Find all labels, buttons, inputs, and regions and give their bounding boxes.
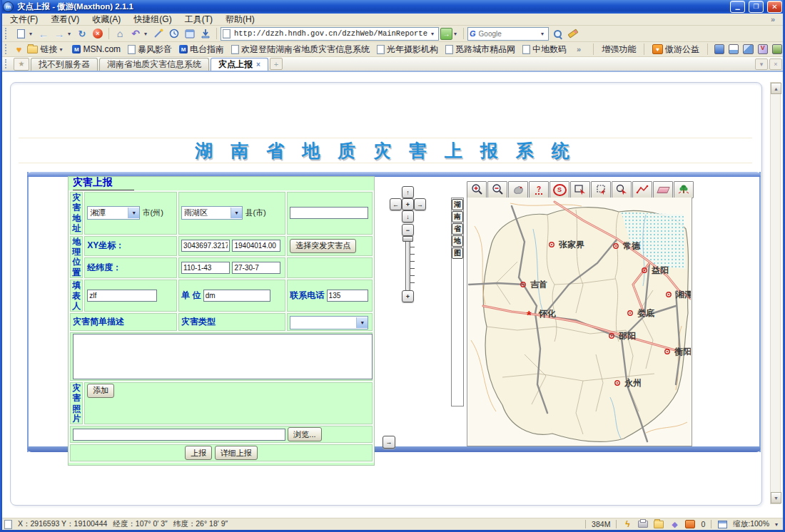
close-current-tab-button[interactable] [769, 58, 782, 70]
map-draw-line-icon[interactable] [632, 181, 652, 198]
zoom-level-label[interactable]: 缩放:100% [733, 519, 769, 529]
map-pan-hand-icon[interactable] [508, 181, 528, 198]
stop-icon[interactable] [91, 27, 105, 41]
filter-wand-icon[interactable] [151, 27, 166, 41]
map-strip-char[interactable]: 地 [452, 235, 463, 247]
map-pan-down-button[interactable] [402, 210, 414, 222]
scroll-down-icon[interactable] [771, 492, 781, 503]
tab-list-star-button[interactable] [14, 58, 29, 71]
map-center-button[interactable] [402, 198, 414, 210]
map-canvas[interactable]: 张家界常德益阳吉首*怀化湘潭娄底邵阳衡阳永州 [467, 198, 692, 446]
boost-icon[interactable] [622, 520, 632, 528]
bookmark-radio-guide[interactable]: 电台指南 [178, 43, 226, 56]
tab-disaster-report[interactable]: 灾点上报 [211, 58, 268, 71]
map-measure-icon[interactable] [529, 181, 549, 198]
v-plugin-icon[interactable] [758, 44, 768, 54]
reporter-name-input[interactable] [87, 290, 157, 302]
restore-button[interactable] [749, 1, 764, 13]
address-detail-input[interactable] [290, 207, 368, 219]
back-icon[interactable] [36, 27, 51, 41]
y-coordinate-input[interactable] [232, 240, 280, 252]
folder-status-icon[interactable] [654, 520, 664, 528]
popup-blocker-icon[interactable] [685, 520, 695, 528]
messenger-plugin-icon[interactable] [714, 44, 724, 54]
minimize-button[interactable] [730, 1, 745, 13]
home-icon[interactable] [113, 27, 127, 41]
plugin-status-icon[interactable] [669, 520, 679, 528]
forward-icon[interactable] [52, 27, 66, 41]
close-button[interactable] [767, 1, 782, 13]
highlight-pen-icon[interactable] [566, 27, 580, 41]
browse-button[interactable]: 浏览... [288, 427, 321, 441]
detail-report-button[interactable]: 详细上报 [215, 446, 258, 460]
new-tab-button[interactable] [270, 58, 283, 70]
search-engine-dropdown-icon[interactable] [541, 31, 547, 37]
history-dropdown-icon[interactable] [68, 31, 74, 37]
description-textarea[interactable] [73, 334, 373, 379]
file-path-input[interactable] [73, 429, 285, 441]
favorites-heart-icon[interactable] [16, 44, 22, 55]
city-select[interactable]: 湘潭 [87, 206, 140, 220]
map-pan-right-button[interactable] [414, 198, 426, 210]
tab-server-not-found[interactable]: 找不到服务器 [31, 58, 98, 71]
menu-tools[interactable]: 工具(T) [179, 14, 218, 26]
bookmark-hunan-geo-system[interactable]: 欢迎登陆湖南省地质灾害信息系统 [230, 43, 371, 56]
address-dropdown-icon[interactable] [431, 31, 437, 37]
longitude-input[interactable] [181, 262, 230, 274]
new-page-dropdown-icon[interactable] [29, 31, 35, 37]
tab-overflow-button[interactable] [755, 58, 768, 70]
go-button[interactable] [440, 28, 452, 40]
search-input[interactable] [477, 29, 540, 39]
latitude-input[interactable] [232, 262, 280, 274]
map-full-extent-icon[interactable] [550, 181, 569, 198]
link-panel-icon[interactable] [183, 27, 197, 41]
menu-help[interactable]: 帮助(H) [220, 14, 260, 26]
add-photo-button[interactable]: 添加 [87, 384, 114, 398]
refresh-icon[interactable] [75, 27, 89, 41]
bookmark-city-boutique[interactable]: 觅路城市精品网 [444, 43, 517, 56]
undo-dropdown-icon[interactable] [144, 31, 150, 37]
page-scrollbar[interactable] [770, 82, 781, 504]
new-page-icon[interactable] [14, 27, 28, 41]
map-zoom-in-icon[interactable] [467, 181, 487, 198]
x-coordinate-input[interactable] [181, 240, 230, 252]
map-zoom-out-icon[interactable] [487, 181, 507, 198]
map-identify-icon[interactable] [612, 181, 632, 198]
bookmarks-overflow-icon[interactable] [577, 45, 587, 53]
maxthon-charity-button[interactable]: 傲游公益 [651, 43, 701, 56]
window-plugin-icon[interactable] [729, 44, 739, 54]
bookmark-baofeng[interactable]: 暴风影音 [126, 43, 173, 56]
bookmark-links-folder[interactable]: 链接 [26, 43, 66, 56]
map-select-box-icon[interactable] [591, 181, 611, 198]
zoom-dropdown-icon[interactable] [775, 521, 781, 528]
address-input[interactable] [233, 29, 429, 39]
map-strip-char[interactable]: 图 [452, 247, 463, 259]
tab-hunan-geo-info-system[interactable]: 湖南省地质灾害信息系统 [99, 58, 209, 71]
menu-view[interactable]: 查看(V) [45, 14, 85, 26]
map-zoom-slider[interactable] [405, 237, 410, 291]
history-clock-icon[interactable] [167, 27, 181, 41]
county-select[interactable]: 雨湖区 [181, 206, 243, 220]
enhance-features-button[interactable]: 增强功能 [600, 43, 637, 56]
scroll-up-icon[interactable] [771, 83, 781, 94]
map-strip-char[interactable]: 湖 [452, 199, 463, 210]
map-zoom-in-step-button[interactable] [402, 290, 414, 302]
pick-disaster-point-button[interactable]: 选择突发灾害点 [290, 239, 356, 253]
map-pan-left-button[interactable] [390, 198, 402, 210]
download-icon[interactable] [198, 27, 213, 41]
map-pan-up-button[interactable] [402, 186, 414, 198]
menu-groups[interactable]: 快捷组(G) [128, 14, 177, 26]
undo-icon[interactable] [128, 27, 143, 41]
map-layer-tree-icon[interactable] [674, 181, 694, 198]
map-zoom-box-icon[interactable] [570, 181, 590, 198]
game-plugin-icon[interactable] [772, 44, 782, 54]
bookmark-zhongdi-digital[interactable]: 中地数码 [521, 43, 568, 56]
bookmark-photo-studio[interactable]: 光年摄影机构 [375, 43, 440, 56]
close-tab-icon[interactable] [256, 61, 260, 68]
menubar-overflow-icon[interactable] [771, 15, 781, 24]
bookmark-msn[interactable]: MSN.com [71, 44, 122, 55]
printer-icon[interactable] [638, 520, 648, 528]
map-strip-char[interactable]: 南 [452, 211, 463, 222]
go-dropdown-icon[interactable] [454, 31, 460, 37]
map-strip-char[interactable]: 省 [452, 223, 463, 235]
